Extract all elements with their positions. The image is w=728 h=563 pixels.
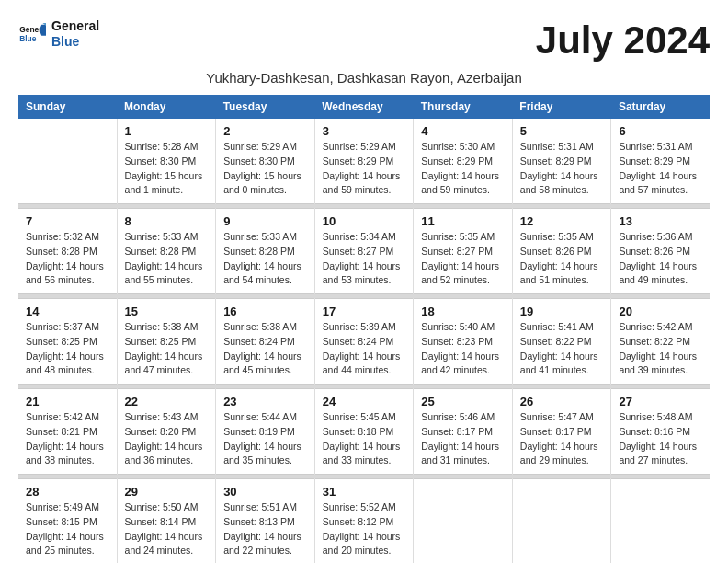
calendar-cell	[611, 479, 710, 564]
day-info: Sunrise: 5:37 AMSunset: 8:25 PMDaylight:…	[26, 320, 109, 378]
calendar-cell: 12Sunrise: 5:35 AMSunset: 8:26 PMDayligh…	[512, 209, 611, 294]
calendar-cell: 28Sunrise: 5:49 AMSunset: 8:15 PMDayligh…	[18, 479, 117, 564]
day-info: Sunrise: 5:32 AMSunset: 8:28 PMDaylight:…	[26, 230, 109, 288]
calendar-cell: 15Sunrise: 5:38 AMSunset: 8:25 PMDayligh…	[117, 299, 216, 385]
calendar-cell	[512, 479, 611, 564]
svg-text:Blue: Blue	[19, 34, 37, 43]
calendar-cell: 17Sunrise: 5:39 AMSunset: 8:24 PMDayligh…	[314, 299, 414, 385]
day-info: Sunrise: 5:33 AMSunset: 8:28 PMDaylight:…	[125, 230, 209, 288]
day-number: 6	[619, 124, 702, 138]
calendar-cell: 11Sunrise: 5:35 AMSunset: 8:27 PMDayligh…	[414, 209, 513, 294]
day-number: 5	[520, 124, 604, 138]
day-number: 24	[323, 395, 406, 408]
logo-icon: General Blue	[18, 20, 46, 48]
calendar-cell: 29Sunrise: 5:50 AMSunset: 8:14 PMDayligh…	[117, 479, 216, 564]
day-number: 18	[421, 304, 505, 318]
calendar-cell: 22Sunrise: 5:43 AMSunset: 8:20 PMDayligh…	[117, 389, 216, 475]
day-number: 7	[26, 214, 109, 228]
day-info: Sunrise: 5:29 AMSunset: 8:30 PMDaylight:…	[223, 140, 307, 198]
day-info: Sunrise: 5:33 AMSunset: 8:28 PMDaylight:…	[223, 230, 307, 288]
day-number: 12	[520, 214, 604, 228]
day-number: 4	[421, 124, 505, 138]
day-number: 15	[125, 304, 209, 318]
header-monday: Monday	[117, 95, 216, 119]
day-info: Sunrise: 5:50 AMSunset: 8:14 PMDaylight:…	[125, 500, 209, 558]
day-number: 11	[421, 214, 505, 228]
calendar-cell: 2Sunrise: 5:29 AMSunset: 8:30 PMDaylight…	[216, 119, 315, 204]
day-info: Sunrise: 5:43 AMSunset: 8:20 PMDaylight:…	[125, 410, 209, 468]
month-title: July 2024	[536, 18, 710, 63]
day-number: 1	[125, 124, 209, 138]
calendar-cell: 8Sunrise: 5:33 AMSunset: 8:28 PMDaylight…	[117, 209, 216, 294]
calendar-cell: 23Sunrise: 5:44 AMSunset: 8:19 PMDayligh…	[216, 389, 315, 475]
calendar-subtitle: Yukhary-Dashkesan, Dashkasan Rayon, Azer…	[18, 70, 710, 86]
calendar-cell: 25Sunrise: 5:46 AMSunset: 8:17 PMDayligh…	[414, 389, 513, 475]
day-number: 21	[26, 395, 109, 408]
day-info: Sunrise: 5:38 AMSunset: 8:24 PMDaylight:…	[223, 320, 307, 378]
day-number: 27	[619, 395, 702, 408]
calendar-cell: 3Sunrise: 5:29 AMSunset: 8:29 PMDaylight…	[314, 119, 414, 204]
calendar-cell: 6Sunrise: 5:31 AMSunset: 8:29 PMDaylight…	[611, 119, 710, 204]
day-info: Sunrise: 5:31 AMSunset: 8:29 PMDaylight:…	[520, 140, 604, 198]
day-info: Sunrise: 5:46 AMSunset: 8:17 PMDaylight:…	[421, 410, 505, 468]
day-info: Sunrise: 5:35 AMSunset: 8:27 PMDaylight:…	[421, 230, 505, 288]
week-row-5: 28Sunrise: 5:49 AMSunset: 8:15 PMDayligh…	[18, 479, 710, 564]
calendar-cell: 5Sunrise: 5:31 AMSunset: 8:29 PMDaylight…	[512, 119, 611, 204]
day-number: 25	[421, 395, 505, 408]
logo: General Blue General Blue	[18, 18, 99, 50]
day-info: Sunrise: 5:45 AMSunset: 8:18 PMDaylight:…	[323, 410, 406, 468]
calendar-cell: 21Sunrise: 5:42 AMSunset: 8:21 PMDayligh…	[18, 389, 117, 475]
day-info: Sunrise: 5:34 AMSunset: 8:27 PMDaylight:…	[323, 230, 406, 288]
day-info: Sunrise: 5:35 AMSunset: 8:26 PMDaylight:…	[520, 230, 604, 288]
calendar-cell: 4Sunrise: 5:30 AMSunset: 8:29 PMDaylight…	[414, 119, 513, 204]
week-row-1: 1Sunrise: 5:28 AMSunset: 8:30 PMDaylight…	[18, 119, 710, 204]
day-number: 13	[619, 214, 702, 228]
calendar-cell	[18, 119, 117, 204]
day-number: 26	[520, 395, 604, 408]
day-number: 20	[619, 304, 702, 318]
day-number: 14	[26, 304, 109, 318]
day-info: Sunrise: 5:29 AMSunset: 8:29 PMDaylight:…	[323, 140, 406, 198]
page-header: General Blue General Blue July 2024	[18, 18, 710, 63]
day-info: Sunrise: 5:38 AMSunset: 8:25 PMDaylight:…	[125, 320, 209, 378]
day-info: Sunrise: 5:28 AMSunset: 8:30 PMDaylight:…	[125, 140, 209, 198]
calendar-cell: 10Sunrise: 5:34 AMSunset: 8:27 PMDayligh…	[314, 209, 414, 294]
day-number: 2	[223, 124, 307, 138]
calendar-cell: 14Sunrise: 5:37 AMSunset: 8:25 PMDayligh…	[18, 299, 117, 385]
day-info: Sunrise: 5:39 AMSunset: 8:24 PMDaylight:…	[323, 320, 406, 378]
logo-text-blue: Blue	[51, 34, 99, 50]
day-info: Sunrise: 5:51 AMSunset: 8:13 PMDaylight:…	[223, 500, 307, 558]
day-info: Sunrise: 5:36 AMSunset: 8:26 PMDaylight:…	[619, 230, 702, 288]
week-row-4: 21Sunrise: 5:42 AMSunset: 8:21 PMDayligh…	[18, 389, 710, 475]
calendar-cell: 30Sunrise: 5:51 AMSunset: 8:13 PMDayligh…	[216, 479, 315, 564]
header-sunday: Sunday	[18, 95, 117, 119]
header-wednesday: Wednesday	[314, 95, 414, 119]
calendar-cell: 26Sunrise: 5:47 AMSunset: 8:17 PMDayligh…	[512, 389, 611, 475]
calendar-cell: 1Sunrise: 5:28 AMSunset: 8:30 PMDaylight…	[117, 119, 216, 204]
day-number: 30	[223, 485, 307, 499]
calendar-cell	[414, 479, 513, 564]
calendar-cell: 31Sunrise: 5:52 AMSunset: 8:12 PMDayligh…	[314, 479, 414, 564]
day-number: 16	[223, 304, 307, 318]
header-friday: Friday	[512, 95, 611, 119]
day-number: 10	[323, 214, 406, 228]
logo-text-general: General	[51, 18, 99, 34]
week-row-2: 7Sunrise: 5:32 AMSunset: 8:28 PMDaylight…	[18, 209, 710, 294]
calendar-table: SundayMondayTuesdayWednesdayThursdayFrid…	[18, 95, 710, 563]
calendar-cell: 20Sunrise: 5:42 AMSunset: 8:22 PMDayligh…	[611, 299, 710, 385]
header-tuesday: Tuesday	[216, 95, 315, 119]
day-info: Sunrise: 5:30 AMSunset: 8:29 PMDaylight:…	[421, 140, 505, 198]
day-info: Sunrise: 5:42 AMSunset: 8:21 PMDaylight:…	[26, 410, 109, 468]
day-number: 22	[125, 395, 209, 408]
calendar-cell: 13Sunrise: 5:36 AMSunset: 8:26 PMDayligh…	[611, 209, 710, 294]
day-number: 17	[323, 304, 406, 318]
calendar-cell: 18Sunrise: 5:40 AMSunset: 8:23 PMDayligh…	[414, 299, 513, 385]
day-info: Sunrise: 5:47 AMSunset: 8:17 PMDaylight:…	[520, 410, 604, 468]
day-number: 8	[125, 214, 209, 228]
calendar-cell: 9Sunrise: 5:33 AMSunset: 8:28 PMDaylight…	[216, 209, 315, 294]
calendar-header-row: SundayMondayTuesdayWednesdayThursdayFrid…	[18, 95, 710, 119]
day-number: 31	[323, 485, 406, 499]
day-number: 3	[323, 124, 406, 138]
calendar-cell: 24Sunrise: 5:45 AMSunset: 8:18 PMDayligh…	[314, 389, 414, 475]
day-info: Sunrise: 5:40 AMSunset: 8:23 PMDaylight:…	[421, 320, 505, 378]
